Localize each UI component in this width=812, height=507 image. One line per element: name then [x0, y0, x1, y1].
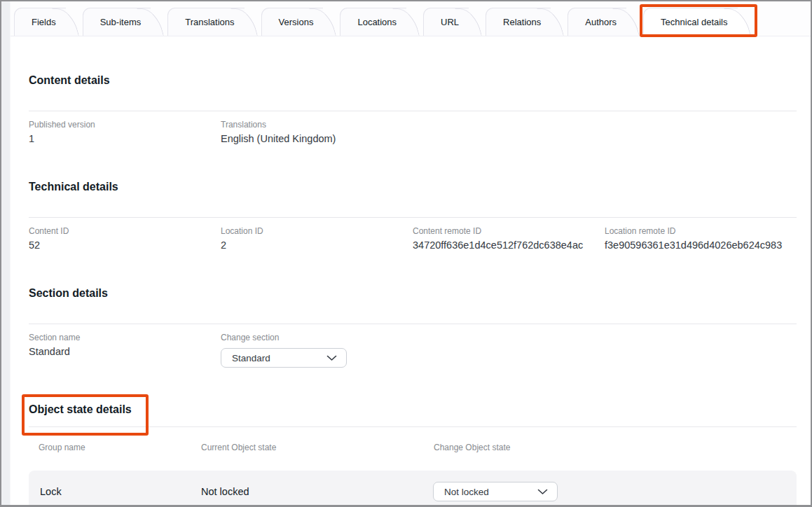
technical-details-page: Fields Sub-items Translations Versions L… — [0, 0, 812, 507]
section-divider — [29, 217, 797, 218]
table-divider — [29, 426, 797, 427]
tab-content: Content details Published version 1 Tran… — [11, 36, 811, 505]
tab-technical-details[interactable]: Technical details — [643, 8, 737, 36]
field-translations: Translations English (United Kingdom) — [221, 120, 413, 145]
content-tab-bar: Fields Sub-items Translations Versions L… — [11, 1, 811, 36]
field-value: English (United Kingdom) — [221, 132, 413, 145]
section-divider — [29, 111, 797, 111]
field-location-remote-id: Location remote ID f3e90596361e31d496d40… — [605, 226, 797, 251]
current-state-cell: Not locked — [201, 486, 433, 497]
field-label: Change section — [221, 333, 413, 342]
tab-label: URL — [441, 17, 459, 27]
section-divider — [29, 324, 797, 324]
tab-label: Translations — [185, 17, 234, 27]
chevron-down-icon — [326, 355, 337, 361]
field-value: f3e90596361e31d496d4026eb624c983 — [605, 239, 797, 251]
section-heading: Technical details — [29, 180, 797, 194]
section-content-details: Content details Published version 1 Tran… — [29, 74, 797, 145]
tab-label: Locations — [357, 17, 397, 27]
field-label: Content remote ID — [413, 226, 605, 236]
column-header-change-state: Change Object state — [434, 443, 797, 452]
chevron-down-icon — [537, 489, 548, 495]
tab-authors[interactable]: Authors — [567, 8, 626, 36]
section-heading: Content details — [29, 74, 797, 88]
field-change-section: Change section Standard — [221, 333, 413, 368]
field-value: Standard — [29, 345, 221, 358]
change-object-state-select[interactable]: Not locked — [433, 482, 558, 501]
tab-locations[interactable]: Locations — [340, 8, 406, 36]
field-label: Content ID — [29, 226, 221, 236]
section-heading: Object state details — [29, 403, 132, 417]
field-label: Published version — [29, 120, 221, 130]
object-state-table-header: Group name Current Object state Change O… — [29, 436, 797, 452]
field-label: Section name — [29, 333, 221, 342]
section-object-state-details: Object state details Group name Current … — [29, 403, 797, 505]
field-content-remote-id: Content remote ID 34720ff636e1d4ce512f76… — [413, 226, 605, 251]
tab-translations[interactable]: Translations — [167, 8, 244, 36]
tab-fields[interactable]: Fields — [14, 8, 66, 36]
tab-sub-items[interactable]: Sub-items — [83, 8, 151, 36]
tab-label: Relations — [503, 17, 541, 27]
field-published-version: Published version 1 — [29, 120, 221, 145]
change-section-select[interactable]: Standard — [221, 348, 347, 368]
tab-label: Sub-items — [100, 17, 142, 27]
field-location-id: Location ID 2 — [221, 226, 413, 251]
tab-label: Versions — [279, 17, 314, 27]
field-label: Translations — [221, 120, 413, 130]
select-value: Standard — [232, 353, 270, 363]
section-technical-details: Technical details Content ID 52 Location… — [29, 180, 797, 251]
field-value: 34720ff636e1d4ce512f762dc638e4ac — [413, 239, 605, 251]
field-section-name: Section name Standard — [29, 333, 221, 368]
tab-versions[interactable]: Versions — [261, 8, 324, 36]
column-header-group-name: Group name — [39, 443, 201, 452]
field-label: Location ID — [221, 226, 413, 236]
group-name-cell: Lock — [40, 486, 201, 497]
column-header-current-state: Current Object state — [201, 443, 434, 452]
table-row: Lock Not locked Not locked — [29, 471, 797, 505]
tab-label: Technical details — [661, 17, 727, 27]
field-label: Location remote ID — [605, 226, 797, 236]
tab-relations[interactable]: Relations — [486, 8, 551, 36]
left-gutter — [1, 1, 11, 505]
tab-url[interactable]: URL — [423, 8, 469, 36]
field-value: 2 — [221, 239, 413, 251]
tab-label: Fields — [32, 17, 56, 27]
select-value: Not locked — [444, 487, 489, 497]
section-heading: Section details — [29, 286, 797, 300]
section-section-details: Section details Section name Standard Ch… — [29, 286, 797, 368]
field-value: 52 — [29, 239, 221, 251]
field-content-id: Content ID 52 — [29, 226, 221, 251]
field-value: 1 — [29, 132, 221, 145]
main-panel: Fields Sub-items Translations Versions L… — [11, 1, 811, 505]
tab-label: Authors — [585, 17, 617, 27]
